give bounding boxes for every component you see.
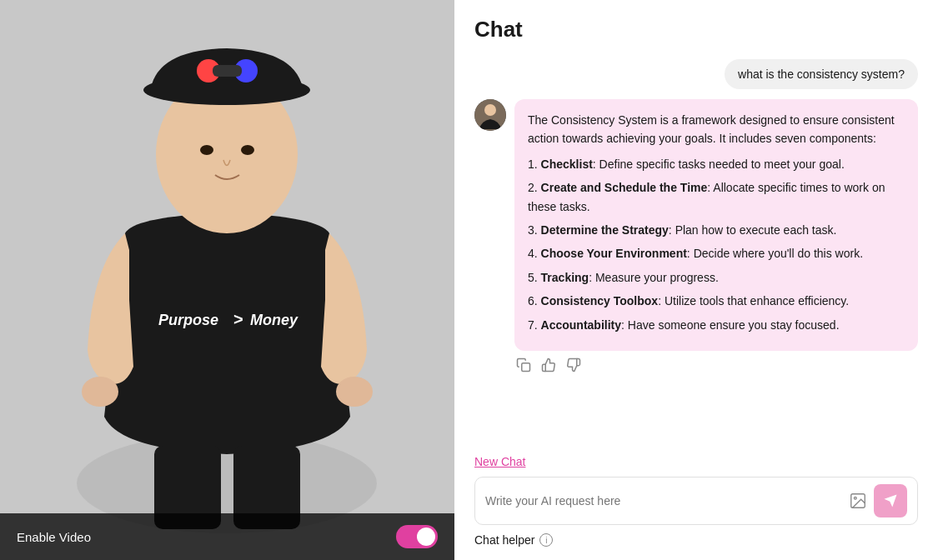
copy-button[interactable] [514, 356, 533, 374]
svg-text:>: > [233, 310, 243, 328]
enable-video-bar: Enable Video [0, 513, 454, 560]
list-item-6: 6. Consistency Toolbox: Utilize tools th… [528, 292, 905, 310]
svg-point-3 [336, 377, 373, 407]
image-icon [849, 492, 867, 510]
assistant-intro: The Consistency System is a framework de… [528, 111, 905, 148]
message-actions [514, 356, 918, 374]
svg-rect-19 [522, 363, 530, 372]
svg-point-2 [82, 377, 118, 407]
toggle-knob [417, 528, 435, 546]
chat-helper-row: Chat helper i [474, 533, 918, 547]
svg-point-11 [241, 145, 254, 155]
send-button[interactable] [874, 484, 907, 518]
list-item-7: 7. Accountability: Have someone ensure y… [528, 316, 905, 334]
video-toggle[interactable] [396, 525, 438, 548]
list-item-4: 4. Choose Your Environment: Decide where… [528, 244, 905, 262]
svg-point-18 [484, 104, 496, 116]
person-illustration: Purpose > Money [0, 0, 454, 560]
chat-messages: what is the consistency system? The Cons… [474, 59, 918, 445]
input-area [474, 477, 918, 525]
list-item-3: 3. Determine the Strategy: Plan how to e… [528, 221, 905, 239]
image-upload-button[interactable] [849, 492, 867, 510]
svg-rect-9 [213, 65, 242, 77]
chat-input[interactable] [485, 494, 842, 508]
user-bubble: what is the consistency system? [725, 59, 918, 89]
thumbup-button[interactable] [539, 356, 558, 374]
svg-point-10 [200, 145, 213, 155]
copy-icon [516, 358, 531, 372]
send-icon [883, 493, 898, 508]
list-item-1: 1. Checklist: Define specific tasks need… [528, 155, 905, 173]
list-item-2: 2. Create and Schedule the Time: Allocat… [528, 178, 905, 216]
chat-helper-label: Chat helper [474, 533, 534, 547]
svg-point-21 [854, 497, 856, 499]
assistant-content: The Consistency System is a framework de… [514, 99, 918, 374]
list-item-5: 5. Tracking: Measure your progress. [528, 268, 905, 287]
svg-text:Purpose: Purpose [158, 312, 218, 328]
chat-title: Chat [474, 17, 918, 42]
avatar-inner [474, 99, 506, 131]
thumbdown-icon [566, 358, 581, 372]
enable-video-label: Enable Video [17, 530, 91, 544]
thumbup-icon [541, 358, 556, 372]
svg-text:Money: Money [250, 312, 298, 328]
avatar [474, 99, 506, 131]
assistant-message: The Consistency System is a framework de… [474, 99, 918, 374]
right-panel: Chat what is the consistency system? [454, 0, 938, 560]
avatar-svg [474, 99, 506, 131]
user-message: what is the consistency system? [474, 59, 918, 89]
left-panel: Purpose > Money Enable Video [0, 0, 454, 560]
video-area: Purpose > Money [0, 0, 454, 560]
assistant-bubble: The Consistency System is a framework de… [514, 99, 918, 351]
info-icon[interactable]: i [539, 533, 553, 547]
new-chat-link[interactable]: New Chat [474, 455, 918, 468]
thumbdown-button[interactable] [564, 356, 583, 374]
